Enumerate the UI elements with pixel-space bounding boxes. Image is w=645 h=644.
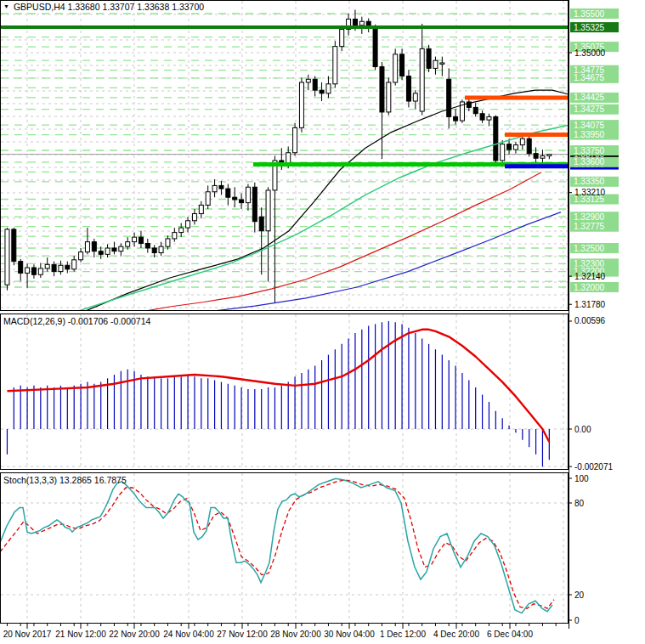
candle-bearish bbox=[152, 248, 156, 253]
candle-bearish bbox=[406, 76, 410, 101]
axis-label: 1.34075 bbox=[574, 121, 605, 130]
candle-bullish bbox=[340, 29, 344, 46]
candle-bullish bbox=[266, 190, 270, 231]
time-axis[interactable]: 20 Nov 201721 Nov 12:0022 Nov 20:0024 No… bbox=[3, 624, 557, 639]
candle-bearish bbox=[139, 237, 143, 243]
axis-label: 1.34675 bbox=[574, 73, 605, 82]
mt4-chart-window: 1.335701.337001.355001.350751.347751.346… bbox=[0, 0, 645, 644]
candle-bullish bbox=[38, 268, 42, 274]
candle-bearish bbox=[473, 107, 478, 113]
candle-bearish bbox=[534, 154, 538, 159]
axis-label: 0 bbox=[574, 616, 580, 625]
candle-bullish bbox=[440, 63, 444, 64]
candle-bearish bbox=[252, 187, 257, 221]
chart-title: ▼GBPUSD,H4 1.33680 1.33707 1.33638 1.337… bbox=[3, 2, 204, 12]
candle-bearish bbox=[19, 262, 23, 274]
candle-bullish bbox=[72, 260, 76, 269]
candle-bullish bbox=[326, 84, 331, 93]
axis-label: 1.32900 bbox=[574, 212, 605, 222]
time-axis-label: 1 Dec 12:00 bbox=[380, 630, 426, 639]
candle-bullish bbox=[433, 60, 438, 68]
candle-bearish bbox=[92, 242, 96, 251]
candle-bullish bbox=[547, 155, 552, 156]
ma-slow-red bbox=[134, 172, 541, 314]
axis-label: 1.32000 bbox=[574, 283, 605, 292]
macd-indicator-label: MACD(12,26,9) -0.001706 -0.000714 bbox=[3, 316, 150, 326]
candle-bullish bbox=[79, 252, 83, 260]
candle-bullish bbox=[119, 246, 123, 251]
axis-label: 1.34275 bbox=[574, 105, 605, 114]
axis-label: 1.33600 bbox=[574, 157, 605, 167]
axis-label: 1.33210 bbox=[574, 188, 606, 197]
candle-bullish bbox=[133, 237, 137, 242]
candle-bearish bbox=[233, 197, 237, 200]
price-axis[interactable]: 1.335701.337001.355001.350751.347751.346… bbox=[569, 8, 619, 625]
time-axis-label: 24 Nov 04:00 bbox=[163, 630, 214, 639]
stochastic-signal-line bbox=[0, 480, 554, 608]
candle-bullish bbox=[199, 205, 203, 213]
candle-bearish bbox=[447, 79, 451, 116]
candle-bullish bbox=[212, 185, 217, 191]
candle-bearish bbox=[240, 200, 244, 203]
time-axis-label: 4 Dec 20:00 bbox=[433, 630, 479, 639]
candle-bearish bbox=[380, 67, 384, 112]
axis-label: 1.35000 bbox=[574, 48, 606, 58]
candle-bullish bbox=[179, 228, 184, 233]
candle-bullish bbox=[25, 268, 30, 273]
candle-bullish bbox=[5, 229, 9, 285]
candle-bearish bbox=[427, 48, 431, 68]
macd-panel[interactable] bbox=[1, 314, 568, 469]
candle-bullish bbox=[387, 82, 391, 112]
axis-label: 1.32140 bbox=[574, 272, 606, 281]
axis-label: 20 bbox=[574, 590, 585, 600]
candle-bearish bbox=[112, 248, 116, 251]
panel-border bbox=[1, 314, 569, 470]
candle-bearish bbox=[454, 116, 458, 121]
axis-label: 1.31780 bbox=[574, 300, 606, 309]
time-axis-label: 30 Nov 04:00 bbox=[324, 630, 375, 639]
macd-signal-line bbox=[7, 330, 549, 442]
axis-label: 1.35325 bbox=[574, 23, 605, 32]
chart-ohlc-readout: 1.33680 1.33707 1.33638 1.33700 bbox=[68, 2, 205, 12]
candle-bearish bbox=[527, 138, 531, 153]
axis-label: 1.33750 bbox=[574, 146, 605, 155]
chart-dropdown-arrow-icon[interactable]: ▼ bbox=[3, 2, 9, 12]
candle-bullish bbox=[126, 242, 130, 247]
candle-bullish bbox=[85, 242, 89, 252]
candle-bullish bbox=[293, 127, 297, 152]
time-axis-label: 27 Nov 12:00 bbox=[217, 630, 268, 639]
axis-label: 80 bbox=[574, 499, 585, 508]
candle-bearish bbox=[99, 251, 103, 255]
candle-bearish bbox=[400, 54, 405, 76]
candle-bearish bbox=[353, 19, 357, 25]
candle-bullish bbox=[420, 48, 424, 111]
candle-bullish bbox=[413, 93, 417, 101]
axis-label: 0.00 bbox=[574, 425, 591, 434]
axis-label: 1.34425 bbox=[574, 93, 605, 102]
axis-label: 100 bbox=[574, 474, 589, 483]
candle-bearish bbox=[65, 265, 70, 269]
candle-bullish bbox=[359, 21, 364, 25]
candle-bearish bbox=[12, 229, 16, 262]
axis-label: 1.35500 bbox=[574, 9, 605, 19]
candle-bearish bbox=[480, 114, 484, 120]
level-lines-layer[interactable] bbox=[0, 27, 569, 167]
candle-bearish bbox=[373, 28, 377, 67]
candle-bullish bbox=[520, 138, 524, 144]
axis-label: -0.002071 bbox=[574, 462, 613, 472]
stoch-indicator-label: Stoch(13,3,3) 13.2865 16.7875 bbox=[3, 475, 127, 485]
axis-label: 1.32500 bbox=[574, 244, 605, 253]
candle-bullish bbox=[299, 82, 303, 127]
candle-bearish bbox=[259, 217, 263, 231]
stochastic-panel[interactable] bbox=[0, 473, 568, 623]
time-axis-label: 28 Nov 20:00 bbox=[270, 630, 321, 639]
candle-bullish bbox=[45, 264, 49, 268]
main-grid-layer bbox=[1, 1, 568, 310]
candle-bearish bbox=[320, 90, 324, 93]
stochastic-main-line bbox=[0, 478, 552, 613]
candle-bullish bbox=[393, 54, 398, 82]
time-axis-label: 22 Nov 20:00 bbox=[109, 630, 160, 639]
candle-bullish bbox=[333, 47, 337, 84]
candle-bullish bbox=[487, 116, 491, 120]
candle-bearish bbox=[145, 243, 150, 248]
